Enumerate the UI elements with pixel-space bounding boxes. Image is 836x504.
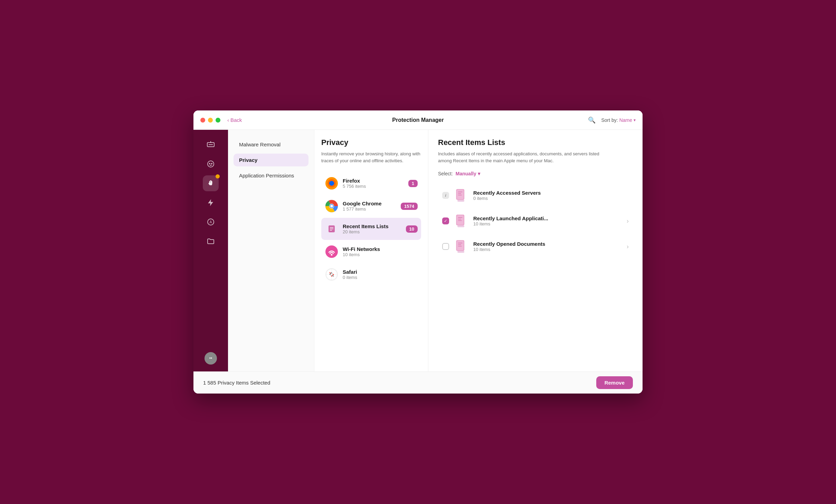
apps-checkbox[interactable]: ✓ xyxy=(442,217,449,224)
chrome-icon xyxy=(325,199,339,213)
browser-list: Firefox 5 756 items 1 xyxy=(321,172,421,285)
svg-rect-43 xyxy=(458,243,463,243)
main-window: ‹ Back Protection Manager 🔍 Sort by: Nam… xyxy=(193,110,643,394)
sort-by-label: Sort by: xyxy=(601,117,618,123)
sidebar-icon-face[interactable] xyxy=(203,156,219,172)
sort-chevron-icon: ▾ xyxy=(634,118,636,123)
chrome-name: Google Chrome xyxy=(343,201,397,206)
detail-description: Includes aliases of recently accessed ap… xyxy=(438,151,611,164)
select-row: Select: Manually ▾ xyxy=(438,171,633,176)
footer: 1 585 Privacy Items Selected Remove xyxy=(193,371,643,394)
select-label: Select: xyxy=(438,171,453,176)
firefox-info: Firefox 5 756 items xyxy=(343,178,404,189)
nav-item-malware-removal[interactable]: Malware Removal xyxy=(234,138,308,151)
chrome-count: 1 577 items xyxy=(343,206,397,212)
servers-checkbox[interactable]: i xyxy=(442,192,449,199)
search-button[interactable]: 🔍 xyxy=(588,116,596,124)
detail-item-accessed-servers[interactable]: i Recently Accessed Servers xyxy=(438,183,633,207)
browser-item-recent-items[interactable]: Recent Items Lists 20 items 10 xyxy=(321,218,421,240)
recent-items-icon xyxy=(325,222,339,236)
nav-item-privacy[interactable]: Privacy xyxy=(234,154,308,166)
firefox-count: 5 756 items xyxy=(343,184,404,189)
docs-count: 10 items xyxy=(473,247,622,252)
svg-point-5 xyxy=(211,163,212,164)
select-value[interactable]: Manually ▾ xyxy=(456,171,480,176)
maximize-button[interactable] xyxy=(216,118,220,123)
docs-info: Recently Opened Documents 10 items xyxy=(473,241,622,252)
sidebar-icon-scanner[interactable] xyxy=(203,137,219,153)
svg-rect-34 xyxy=(457,200,464,202)
detail-title: Recent Items Lists xyxy=(438,138,633,147)
detail-panel: Recent Items Lists Includes aliases of r… xyxy=(428,130,643,371)
recent-items-info: Recent Items Lists 20 items xyxy=(343,223,402,234)
detail-item-opened-docs[interactable]: Recently Opened Documents 10 items › xyxy=(438,234,633,259)
sidebar: A •• xyxy=(193,130,228,371)
select-value-text: Manually xyxy=(456,171,476,176)
servers-name: Recently Accessed Servers xyxy=(473,190,629,196)
safari-count: 0 items xyxy=(343,275,418,280)
back-chevron-icon: ‹ xyxy=(227,117,229,123)
svg-rect-30 xyxy=(457,190,464,199)
titlebar: ‹ Back Protection Manager 🔍 Sort by: Nam… xyxy=(193,110,643,130)
back-button[interactable]: ‹ Back xyxy=(227,117,242,123)
svg-text:A: A xyxy=(210,220,212,224)
sidebar-icon-hand[interactable] xyxy=(203,175,219,191)
chrome-info: Google Chrome 1 577 items xyxy=(343,201,397,212)
svg-point-28 xyxy=(331,273,333,275)
safari-icon xyxy=(325,268,339,281)
svg-rect-32 xyxy=(458,193,461,194)
nav-item-app-permissions[interactable]: Application Permissions xyxy=(234,169,308,182)
sort-by-control: Sort by: Name ▾ xyxy=(601,117,636,123)
privacy-description: Instantly remove your browsing history, … xyxy=(321,151,421,164)
svg-point-15 xyxy=(330,205,333,207)
servers-count: 0 items xyxy=(473,196,629,201)
browser-item-chrome[interactable]: Google Chrome 1 577 items 1574 xyxy=(321,195,421,217)
svg-rect-38 xyxy=(458,219,461,220)
docs-file-icon xyxy=(454,239,468,254)
svg-rect-37 xyxy=(458,217,463,218)
apps-count: 10 items xyxy=(473,221,622,226)
browser-panel: Privacy Instantly remove your browsing h… xyxy=(314,130,428,371)
close-button[interactable] xyxy=(200,118,205,123)
recent-items-count: 20 items xyxy=(343,229,402,234)
firefox-badge: 1 xyxy=(408,180,418,187)
select-chevron-icon: ▾ xyxy=(478,171,480,176)
detail-list: i Recently Accessed Servers xyxy=(438,183,633,259)
firefox-icon xyxy=(325,176,339,190)
sidebar-icon-bolt[interactable] xyxy=(203,195,219,211)
window-title: Protection Manager xyxy=(392,117,444,123)
svg-rect-46 xyxy=(457,251,464,253)
svg-rect-40 xyxy=(457,225,464,227)
back-label: Back xyxy=(230,117,242,123)
safari-info: Safari 0 items xyxy=(343,269,418,280)
avatar[interactable]: •• xyxy=(205,352,217,365)
svg-rect-42 xyxy=(457,241,464,250)
svg-rect-39 xyxy=(458,220,462,221)
docs-name: Recently Opened Documents xyxy=(473,241,622,247)
svg-rect-44 xyxy=(458,244,461,245)
main-content: A •• Malware Removal Privacy Application… xyxy=(193,130,643,371)
recent-items-name: Recent Items Lists xyxy=(343,223,402,229)
docs-checkbox[interactable] xyxy=(442,243,449,250)
detail-item-launched-apps[interactable]: ✓ Recently Launched Applicati... xyxy=(438,209,633,233)
sidebar-icon-altool[interactable]: A xyxy=(203,214,219,230)
browser-item-safari[interactable]: Safari 0 items xyxy=(321,263,421,285)
sidebar-icon-folder[interactable] xyxy=(203,233,219,249)
browser-item-firefox[interactable]: Firefox 5 756 items 1 xyxy=(321,172,421,194)
servers-info: Recently Accessed Servers 0 items xyxy=(473,190,629,201)
minimize-button[interactable] xyxy=(208,118,213,123)
nav-panel: Malware Removal Privacy Application Perm… xyxy=(228,130,314,371)
traffic-lights xyxy=(200,118,220,123)
apps-chevron-icon: › xyxy=(627,217,629,225)
privacy-title: Privacy xyxy=(321,138,421,147)
sort-by-value[interactable]: Name xyxy=(619,117,632,123)
docs-chevron-icon: › xyxy=(627,243,629,250)
apps-name: Recently Launched Applicati... xyxy=(473,215,622,221)
wifi-name: Wi-Fi Networks xyxy=(343,246,418,252)
titlebar-actions: 🔍 Sort by: Name ▾ xyxy=(588,116,636,124)
recent-items-badge: 10 xyxy=(406,225,418,233)
remove-button[interactable]: Remove xyxy=(596,376,633,389)
wifi-count: 10 items xyxy=(343,252,418,257)
svg-point-20 xyxy=(325,245,338,258)
browser-item-wifi[interactable]: Wi-Fi Networks 10 items xyxy=(321,241,421,263)
